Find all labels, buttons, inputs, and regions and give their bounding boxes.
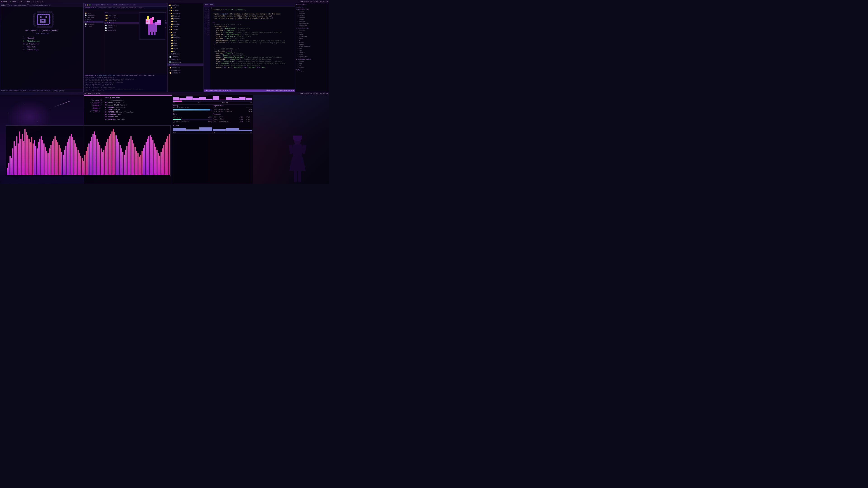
neo-line-we: WE| emmet @ snowfire [105,101,133,104]
outline-item-username[interactable]: •username [295,29,329,31]
outline-item[interactable]: •dotfilesDir [295,35,329,37]
temp-title: Temperatures [213,105,252,107]
outline-item[interactable]: •name [295,62,329,64]
viz-bars [6,126,170,176]
svg-rect-6 [151,31,153,35]
viz-bar [156,150,158,175]
viz-bar [121,149,122,175]
outline-item[interactable]: •system [295,10,329,12]
outline-item[interactable]: •grubDevice [295,24,329,26]
tree-item[interactable]: 📁 shell [167,44,204,47]
ext-icon: 💾 [85,24,87,25]
fm-sidebar-music[interactable]: ♪ Music [84,19,103,21]
viz-bar [90,141,91,175]
expand-icon: ▼ [296,8,297,10]
outline-item[interactable]: •term [295,47,329,50]
tree-item[interactable]: 📄 LICENSE [167,55,204,58]
outline-item[interactable]: •bootMode [295,20,329,22]
folder-icon: ▶📁 [105,15,107,17]
qute-link-closetab[interactable]: [x] [Close tab] [22,48,62,51]
outline-item[interactable]: •browser [295,43,329,45]
file-tree[interactable]: ▼ 📁 .dotfiles ▶ 📁 .git ▶ 📁 patches ▼ 📁 p… [167,3,204,92]
outline-item[interactable]: •editor [295,54,329,56]
tree-item[interactable]: 📁 worklab [167,23,204,26]
tree-item[interactable]: ▼ 📁 user [167,31,204,34]
tree-item[interactable]: 📁 lang [167,39,204,42]
tree-item[interactable]: ▶ 📁 system [167,26,204,28]
tree-item[interactable]: 📜 install.sh [167,72,204,74]
outline-item[interactable]: •system [295,71,329,73]
arrow-icon: ▶ [169,10,170,11]
tab-flake-nix[interactable]: flake.nix [204,3,215,6]
outline-item[interactable]: •defaultRoamDir [295,45,329,47]
viz-bar [162,149,163,175]
section-label: outputs [298,6,303,8]
outline-item[interactable]: •font [295,50,329,52]
outline-item[interactable]: •system [295,60,329,62]
tree-item[interactable]: ○ install.org [167,69,204,72]
tree-item[interactable]: 📁 hardware [167,36,204,39]
qute-link-search[interactable]: [o] [Search] [22,37,62,39]
qute-tab-label[interactable]: file:///home/emmet/.browser/Tech/config/… [1,4,53,6]
fm-sidebar-bookmarks[interactable]: ★ Bookmarks [84,21,103,23]
tree-item[interactable]: 📁 app [167,34,204,36]
viz-bar [142,151,143,175]
mem-bar [173,109,212,110]
fm-sidebar-downloads[interactable]: ⬇ Downloads [84,17,103,19]
tree-item[interactable]: ▶ 📁 .git [167,6,204,9]
tree-item[interactable]: ○ README.org [167,58,204,61]
qute-link-history[interactable]: [$ h] [History] [22,43,62,45]
tree-item[interactable]: ▼ 📁 .dotfiles [167,4,204,6]
tree-item-flake[interactable]: ❄ flake.nix [167,64,204,66]
tree-item[interactable]: ▶ 📁 patches [167,9,204,12]
outline-item[interactable]: •name [295,31,329,33]
tree-item[interactable]: 📁 pkgs [167,42,204,44]
tree-item[interactable]: 📁 wm [167,50,204,53]
fm-sidebar-docs[interactable]: 📄 Documents [84,14,103,17]
outline-item[interactable]: •wm [295,39,329,41]
outline-item[interactable]: •src [295,64,329,66]
tree-item[interactable]: ▼ 📁 profiles [167,12,204,15]
win-maximize-btn[interactable] [89,4,91,6]
fm-sidebar-external[interactable]: 💾 External [84,23,103,25]
outline-item[interactable]: •patches [295,66,329,68]
viz-bar [18,143,19,175]
code-tabs: flake.nix [204,3,295,6]
org-icon: ○ [169,70,170,71]
outline-item[interactable]: •wmType [295,41,329,43]
outline-item[interactable]: •spawnEditor [295,56,329,58]
statusbar-display: 2S [37,1,39,3]
qute-link-quickmarks[interactable]: [b] [Quickmarks] [22,40,62,42]
outline-item[interactable]: •email [295,33,329,35]
viz-bar [105,146,106,175]
outline-item[interactable]: •fontPkg [295,52,329,54]
outline-item[interactable]: •hostname [295,12,329,14]
outline-item[interactable]: •profile [295,14,329,16]
outline-item[interactable]: •locale [295,18,329,20]
bg-character-right [288,135,307,184]
fm-sidebar-home[interactable]: 🏠 home [84,12,103,14]
win-close-btn[interactable] [85,4,86,6]
outline-item[interactable]: •timezone [295,16,329,18]
tree-item[interactable]: 📁 style [167,47,204,50]
statusbar-workspace[interactable]: Tech [3,1,7,3]
fm-sidebar-trash[interactable]: 🗑 Trash [84,25,103,27]
tree-item[interactable]: 📁 home.lab [167,15,204,18]
viz-bar [144,145,145,175]
outline-item[interactable]: •bootMountPath [295,22,329,24]
code-editor-area[interactable]: 1 2 3 4 5 6 7 8 9 10 11 12 13 14 15 16 1… [204,6,295,92]
tree-item[interactable]: 📜 harden.sh [167,66,204,69]
outline-item-theme[interactable]: •theme [295,37,329,39]
win-minimize-btn[interactable] [87,4,88,6]
nix-icon: ❄ [169,64,170,66]
tree-item[interactable]: ○ README.org [167,53,204,55]
tree-item-label: style [174,48,178,50]
tree-item[interactable]: 📁 work [167,20,204,23]
qute-link-newtab[interactable]: [t] [New tab] [22,46,62,48]
tree-item[interactable]: 📁 personal [167,18,204,20]
tree-item-themes[interactable]: ▶ 📁 themes [167,28,204,31]
sb2-workspace[interactable]: Tech [87,93,91,95]
neo-packages: 3577 [118,113,122,116]
pixel-art-svg [141,13,164,38]
tree-item[interactable]: 🖼 desktop.png [167,61,204,64]
